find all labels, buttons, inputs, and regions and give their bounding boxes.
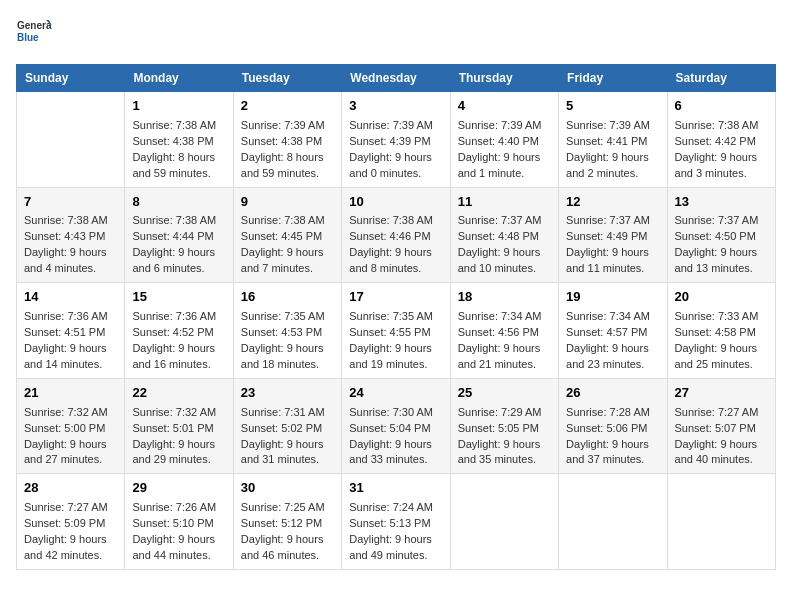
day-number: 16 (241, 288, 334, 307)
logo-svg: General Blue (16, 16, 52, 52)
header-saturday: Saturday (667, 65, 775, 92)
calendar-cell: 31Sunrise: 7:24 AM Sunset: 5:13 PM Dayli… (342, 474, 450, 570)
cell-content: Sunrise: 7:32 AM Sunset: 5:00 PM Dayligh… (24, 405, 117, 469)
day-number: 24 (349, 384, 442, 403)
calendar-cell: 26Sunrise: 7:28 AM Sunset: 5:06 PM Dayli… (559, 378, 667, 474)
calendar-cell: 14Sunrise: 7:36 AM Sunset: 4:51 PM Dayli… (17, 283, 125, 379)
day-number: 3 (349, 97, 442, 116)
calendar-cell: 6Sunrise: 7:38 AM Sunset: 4:42 PM Daylig… (667, 92, 775, 188)
calendar-cell: 4Sunrise: 7:39 AM Sunset: 4:40 PM Daylig… (450, 92, 558, 188)
cell-content: Sunrise: 7:29 AM Sunset: 5:05 PM Dayligh… (458, 405, 551, 469)
cell-content: Sunrise: 7:34 AM Sunset: 4:57 PM Dayligh… (566, 309, 659, 373)
calendar-cell: 8Sunrise: 7:38 AM Sunset: 4:44 PM Daylig… (125, 187, 233, 283)
day-number: 8 (132, 193, 225, 212)
cell-content: Sunrise: 7:36 AM Sunset: 4:52 PM Dayligh… (132, 309, 225, 373)
day-number: 28 (24, 479, 117, 498)
calendar-cell: 15Sunrise: 7:36 AM Sunset: 4:52 PM Dayli… (125, 283, 233, 379)
calendar-cell: 21Sunrise: 7:32 AM Sunset: 5:00 PM Dayli… (17, 378, 125, 474)
calendar-cell: 27Sunrise: 7:27 AM Sunset: 5:07 PM Dayli… (667, 378, 775, 474)
week-row-1: 1Sunrise: 7:38 AM Sunset: 4:38 PM Daylig… (17, 92, 776, 188)
day-number: 22 (132, 384, 225, 403)
day-number: 12 (566, 193, 659, 212)
cell-content: Sunrise: 7:38 AM Sunset: 4:42 PM Dayligh… (675, 118, 768, 182)
day-number: 2 (241, 97, 334, 116)
header-monday: Monday (125, 65, 233, 92)
day-number: 20 (675, 288, 768, 307)
cell-content: Sunrise: 7:39 AM Sunset: 4:38 PM Dayligh… (241, 118, 334, 182)
week-row-2: 7Sunrise: 7:38 AM Sunset: 4:43 PM Daylig… (17, 187, 776, 283)
cell-content: Sunrise: 7:25 AM Sunset: 5:12 PM Dayligh… (241, 500, 334, 564)
cell-content: Sunrise: 7:27 AM Sunset: 5:09 PM Dayligh… (24, 500, 117, 564)
calendar-cell (450, 474, 558, 570)
cell-content: Sunrise: 7:38 AM Sunset: 4:44 PM Dayligh… (132, 213, 225, 277)
calendar-cell: 20Sunrise: 7:33 AM Sunset: 4:58 PM Dayli… (667, 283, 775, 379)
day-number: 31 (349, 479, 442, 498)
day-number: 19 (566, 288, 659, 307)
cell-content: Sunrise: 7:38 AM Sunset: 4:43 PM Dayligh… (24, 213, 117, 277)
calendar-cell: 25Sunrise: 7:29 AM Sunset: 5:05 PM Dayli… (450, 378, 558, 474)
calendar-cell: 16Sunrise: 7:35 AM Sunset: 4:53 PM Dayli… (233, 283, 341, 379)
cell-content: Sunrise: 7:30 AM Sunset: 5:04 PM Dayligh… (349, 405, 442, 469)
cell-content: Sunrise: 7:35 AM Sunset: 4:55 PM Dayligh… (349, 309, 442, 373)
cell-content: Sunrise: 7:28 AM Sunset: 5:06 PM Dayligh… (566, 405, 659, 469)
cell-content: Sunrise: 7:35 AM Sunset: 4:53 PM Dayligh… (241, 309, 334, 373)
day-number: 25 (458, 384, 551, 403)
calendar-cell: 29Sunrise: 7:26 AM Sunset: 5:10 PM Dayli… (125, 474, 233, 570)
svg-text:Blue: Blue (17, 32, 39, 43)
day-number: 21 (24, 384, 117, 403)
cell-content: Sunrise: 7:27 AM Sunset: 5:07 PM Dayligh… (675, 405, 768, 469)
week-row-4: 21Sunrise: 7:32 AM Sunset: 5:00 PM Dayli… (17, 378, 776, 474)
day-number: 27 (675, 384, 768, 403)
calendar-cell: 3Sunrise: 7:39 AM Sunset: 4:39 PM Daylig… (342, 92, 450, 188)
day-number: 9 (241, 193, 334, 212)
header-wednesday: Wednesday (342, 65, 450, 92)
calendar-cell: 17Sunrise: 7:35 AM Sunset: 4:55 PM Dayli… (342, 283, 450, 379)
header-friday: Friday (559, 65, 667, 92)
calendar-cell: 22Sunrise: 7:32 AM Sunset: 5:01 PM Dayli… (125, 378, 233, 474)
calendar-cell (667, 474, 775, 570)
cell-content: Sunrise: 7:24 AM Sunset: 5:13 PM Dayligh… (349, 500, 442, 564)
calendar-cell (17, 92, 125, 188)
calendar-cell: 10Sunrise: 7:38 AM Sunset: 4:46 PM Dayli… (342, 187, 450, 283)
calendar-cell: 5Sunrise: 7:39 AM Sunset: 4:41 PM Daylig… (559, 92, 667, 188)
cell-content: Sunrise: 7:31 AM Sunset: 5:02 PM Dayligh… (241, 405, 334, 469)
cell-content: Sunrise: 7:38 AM Sunset: 4:46 PM Dayligh… (349, 213, 442, 277)
svg-text:General: General (17, 20, 52, 31)
header-thursday: Thursday (450, 65, 558, 92)
header-tuesday: Tuesday (233, 65, 341, 92)
day-number: 17 (349, 288, 442, 307)
calendar-cell: 11Sunrise: 7:37 AM Sunset: 4:48 PM Dayli… (450, 187, 558, 283)
day-number: 13 (675, 193, 768, 212)
calendar-cell: 12Sunrise: 7:37 AM Sunset: 4:49 PM Dayli… (559, 187, 667, 283)
cell-content: Sunrise: 7:33 AM Sunset: 4:58 PM Dayligh… (675, 309, 768, 373)
calendar-cell: 9Sunrise: 7:38 AM Sunset: 4:45 PM Daylig… (233, 187, 341, 283)
day-number: 6 (675, 97, 768, 116)
calendar-cell: 13Sunrise: 7:37 AM Sunset: 4:50 PM Dayli… (667, 187, 775, 283)
day-number: 11 (458, 193, 551, 212)
day-number: 30 (241, 479, 334, 498)
calendar-cell: 23Sunrise: 7:31 AM Sunset: 5:02 PM Dayli… (233, 378, 341, 474)
day-number: 14 (24, 288, 117, 307)
cell-content: Sunrise: 7:36 AM Sunset: 4:51 PM Dayligh… (24, 309, 117, 373)
cell-content: Sunrise: 7:38 AM Sunset: 4:45 PM Dayligh… (241, 213, 334, 277)
calendar-cell (559, 474, 667, 570)
day-number: 15 (132, 288, 225, 307)
calendar-table: SundayMondayTuesdayWednesdayThursdayFrid… (16, 64, 776, 570)
calendar-cell: 30Sunrise: 7:25 AM Sunset: 5:12 PM Dayli… (233, 474, 341, 570)
day-number: 23 (241, 384, 334, 403)
cell-content: Sunrise: 7:37 AM Sunset: 4:50 PM Dayligh… (675, 213, 768, 277)
cell-content: Sunrise: 7:38 AM Sunset: 4:38 PM Dayligh… (132, 118, 225, 182)
cell-content: Sunrise: 7:37 AM Sunset: 4:48 PM Dayligh… (458, 213, 551, 277)
day-number: 1 (132, 97, 225, 116)
calendar-cell: 24Sunrise: 7:30 AM Sunset: 5:04 PM Dayli… (342, 378, 450, 474)
week-row-3: 14Sunrise: 7:36 AM Sunset: 4:51 PM Dayli… (17, 283, 776, 379)
calendar-cell: 2Sunrise: 7:39 AM Sunset: 4:38 PM Daylig… (233, 92, 341, 188)
calendar-cell: 7Sunrise: 7:38 AM Sunset: 4:43 PM Daylig… (17, 187, 125, 283)
calendar-cell: 1Sunrise: 7:38 AM Sunset: 4:38 PM Daylig… (125, 92, 233, 188)
calendar-cell: 19Sunrise: 7:34 AM Sunset: 4:57 PM Dayli… (559, 283, 667, 379)
calendar-cell: 18Sunrise: 7:34 AM Sunset: 4:56 PM Dayli… (450, 283, 558, 379)
cell-content: Sunrise: 7:39 AM Sunset: 4:40 PM Dayligh… (458, 118, 551, 182)
week-row-5: 28Sunrise: 7:27 AM Sunset: 5:09 PM Dayli… (17, 474, 776, 570)
cell-content: Sunrise: 7:39 AM Sunset: 4:39 PM Dayligh… (349, 118, 442, 182)
cell-content: Sunrise: 7:37 AM Sunset: 4:49 PM Dayligh… (566, 213, 659, 277)
